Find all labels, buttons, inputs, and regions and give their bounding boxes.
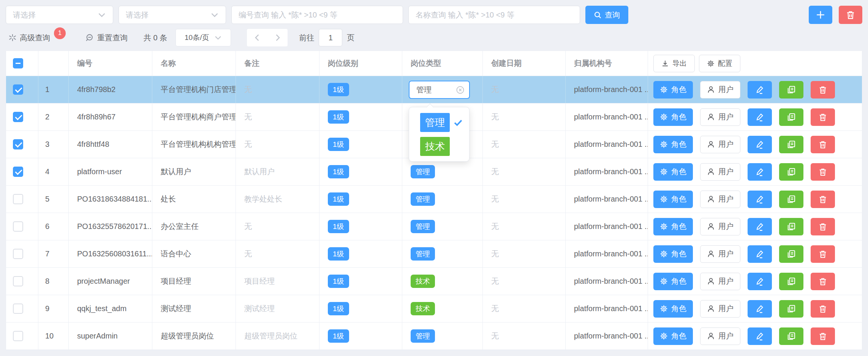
delete-button[interactable] xyxy=(811,81,835,99)
row-checkbox[interactable] xyxy=(13,221,23,232)
role-button[interactable]: 角色 xyxy=(653,218,693,235)
edit-button[interactable] xyxy=(748,273,772,290)
copy-button[interactable] xyxy=(779,273,803,290)
table-row[interactable]: 8 projectManager 项目经理 项目经理 1级 技术 无 platf… xyxy=(6,268,862,295)
user-button[interactable]: 用户 xyxy=(700,163,740,181)
table-row[interactable]: 9 qqkj_test_adm 测试经理 测试经理 1级 技术 无 platfo… xyxy=(6,295,862,323)
clear-icon[interactable] xyxy=(456,86,465,94)
post-type-edit-select[interactable]: 管理 xyxy=(409,81,470,99)
name-search-input[interactable]: 名称查询 输入 *陈* >10 <9 等 xyxy=(408,6,580,24)
edit-button[interactable] xyxy=(748,163,772,181)
delete-button[interactable] xyxy=(811,327,835,345)
chevron-left-icon xyxy=(253,33,261,42)
edit-button[interactable] xyxy=(748,245,772,263)
table-row[interactable]: 4 platform-user 默认用户 默认用户 1级 管理 无 platfo… xyxy=(6,158,862,186)
delete-button[interactable] xyxy=(811,136,835,153)
goto-page-input[interactable] xyxy=(319,29,342,46)
role-button[interactable]: 角色 xyxy=(653,163,693,181)
row-checkbox[interactable] xyxy=(13,276,23,286)
row-checkbox[interactable] xyxy=(13,112,23,122)
gear-icon xyxy=(660,168,668,176)
edit-button[interactable] xyxy=(748,218,772,235)
role-button[interactable]: 角色 xyxy=(653,273,693,290)
dropdown-option-manage[interactable]: 管理 xyxy=(409,113,469,132)
edit-button[interactable] xyxy=(748,191,772,208)
user-button[interactable]: 用户 xyxy=(700,136,740,153)
role-button[interactable]: 角色 xyxy=(653,191,693,208)
copy-button[interactable] xyxy=(779,327,803,345)
copy-button[interactable] xyxy=(779,191,803,208)
post-type-badge[interactable]: 管理 xyxy=(411,220,435,233)
role-button[interactable]: 角色 xyxy=(653,108,693,126)
delete-button[interactable] xyxy=(811,218,835,235)
advanced-query-button[interactable]: 高级查询 1 xyxy=(8,32,66,44)
edit-button[interactable] xyxy=(748,136,772,153)
post-type-badge[interactable]: 管理 xyxy=(411,165,435,178)
role-button[interactable]: 角色 xyxy=(653,300,693,318)
role-button[interactable]: 角色 xyxy=(653,136,693,153)
delete-button[interactable] xyxy=(811,245,835,263)
copy-button[interactable] xyxy=(779,163,803,181)
delete-button[interactable] xyxy=(811,273,835,290)
batch-delete-button[interactable] xyxy=(839,6,862,24)
table-row[interactable]: 10 superAdmin 超级管理员岗位 超级管理员岗位 1级 管理 无 pl… xyxy=(6,323,862,350)
config-button[interactable]: 配置 xyxy=(699,55,740,72)
edit-button[interactable] xyxy=(748,300,772,318)
post-type-badge[interactable]: 技术 xyxy=(411,302,435,315)
user-button[interactable]: 用户 xyxy=(700,300,740,318)
filter-select-1[interactable]: 请选择 xyxy=(6,6,113,24)
role-button[interactable]: 角色 xyxy=(653,327,693,345)
user-button[interactable]: 用户 xyxy=(700,81,740,99)
row-checkbox[interactable] xyxy=(13,167,23,177)
user-button[interactable]: 用户 xyxy=(700,273,740,290)
filter-select-2[interactable]: 请选择 xyxy=(119,6,226,24)
user-button[interactable]: 用户 xyxy=(700,327,740,345)
reset-query-button[interactable]: 重置查询 xyxy=(85,33,128,43)
role-button[interactable]: 角色 xyxy=(653,245,693,263)
user-button[interactable]: 用户 xyxy=(700,108,740,126)
gear-icon xyxy=(660,86,668,94)
delete-button[interactable] xyxy=(811,191,835,208)
edit-button[interactable] xyxy=(748,108,772,126)
table-row[interactable]: 6 PO16325578620171... 办公室主任 无 1级 管理 无 pl… xyxy=(6,213,862,240)
table-row[interactable]: 5 PO16318634884181... 处长 教学处处长 1级 管理 无 p… xyxy=(6,186,862,213)
select-all-checkbox[interactable] xyxy=(13,58,23,68)
row-checkbox[interactable] xyxy=(13,249,23,259)
page-size-select[interactable]: 10条/页 xyxy=(175,29,231,46)
user-button[interactable]: 用户 xyxy=(700,245,740,263)
row-checkbox[interactable] xyxy=(13,331,23,341)
table-row[interactable]: 7 PO16325608031611... 语合中心 无 1级 管理 无 pla… xyxy=(6,240,862,268)
post-type-badge[interactable]: 技术 xyxy=(411,275,435,288)
prev-page-button[interactable] xyxy=(247,29,267,46)
row-checkbox[interactable] xyxy=(13,194,23,204)
copy-button[interactable] xyxy=(779,245,803,263)
copy-button[interactable] xyxy=(779,81,803,99)
post-type-badge[interactable]: 管理 xyxy=(411,329,435,343)
role-button[interactable]: 角色 xyxy=(653,81,693,99)
add-button[interactable] xyxy=(809,6,832,24)
delete-button[interactable] xyxy=(811,163,835,181)
delete-button[interactable] xyxy=(811,108,835,126)
post-type-badge[interactable]: 管理 xyxy=(411,247,435,261)
delete-button[interactable] xyxy=(811,300,835,318)
row-created: 无 xyxy=(483,131,566,158)
edit-button[interactable] xyxy=(748,81,772,99)
row-checkbox[interactable] xyxy=(13,139,23,149)
edit-button[interactable] xyxy=(748,327,772,345)
post-type-badge[interactable]: 管理 xyxy=(411,192,435,206)
next-page-button[interactable] xyxy=(267,29,288,46)
dropdown-option-tech[interactable]: 技术 xyxy=(409,137,469,156)
copy-button[interactable] xyxy=(779,136,803,153)
post-level-badge: 1级 xyxy=(328,138,349,151)
code-search-input[interactable]: 编号查询 输入 *陈* >10 <9 等 xyxy=(231,6,403,24)
row-checkbox[interactable] xyxy=(13,304,23,314)
copy-button[interactable] xyxy=(779,218,803,235)
row-index: 9 xyxy=(38,295,69,322)
export-button[interactable]: 导出 xyxy=(653,55,695,72)
copy-button[interactable] xyxy=(779,300,803,318)
row-checkbox[interactable] xyxy=(13,84,23,95)
user-button[interactable]: 用户 xyxy=(700,191,740,208)
copy-button[interactable] xyxy=(779,108,803,126)
search-button[interactable]: 查询 xyxy=(585,6,628,24)
user-button[interactable]: 用户 xyxy=(700,218,740,235)
